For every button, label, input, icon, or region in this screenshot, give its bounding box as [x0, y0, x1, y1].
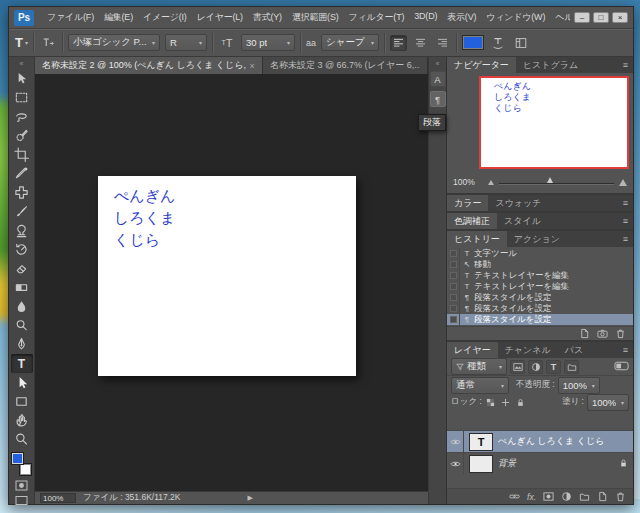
layer-thumbnail[interactable] — [469, 455, 493, 473]
history-source-toggle[interactable] — [447, 281, 460, 292]
gradient-tool[interactable] — [11, 278, 33, 297]
layer-filter-select[interactable]: 種類▾ — [451, 358, 507, 375]
minimize-button[interactable]: – — [574, 12, 590, 23]
collapse-toolbar-icon[interactable]: « — [20, 58, 24, 69]
delete-layer-icon[interactable] — [615, 488, 626, 506]
layer-name[interactable]: ぺんぎん しろくま くじら — [498, 435, 628, 448]
quick-selection-tool[interactable] — [11, 126, 33, 145]
menu-item[interactable]: 3D(D) — [409, 11, 442, 24]
align-center-button[interactable] — [412, 35, 429, 51]
close-button[interactable]: × — [612, 12, 628, 23]
font-size-select[interactable]: 30 pt▾ — [241, 34, 295, 51]
blur-tool[interactable] — [11, 297, 33, 316]
lock-position-icon[interactable] — [500, 396, 512, 408]
canvas[interactable]: ぺんぎんしろくまくじら — [35, 74, 428, 491]
eraser-tool[interactable] — [11, 259, 33, 278]
panel-tab[interactable]: ヒストリー — [447, 231, 507, 247]
crop-tool[interactable] — [11, 145, 33, 164]
document-page[interactable]: ぺんぎんしろくまくじら — [98, 176, 356, 376]
history-item[interactable]: Tテキストレイヤーを編集 — [447, 281, 633, 292]
menu-item[interactable]: 書式(Y) — [248, 11, 287, 24]
add-layer-mask-icon[interactable] — [543, 488, 554, 506]
history-item[interactable]: Tテキストレイヤーを編集 — [447, 270, 633, 281]
layer-thumbnail[interactable]: T — [469, 433, 493, 451]
brush-tool[interactable] — [11, 202, 33, 221]
document-text-layer[interactable]: ぺんぎんしろくまくじら — [114, 185, 175, 251]
align-left-button[interactable] — [390, 35, 407, 51]
visibility-eye-icon[interactable] — [447, 431, 464, 452]
history-source-toggle[interactable] — [447, 248, 460, 259]
panel-tab[interactable]: 色調補正 — [447, 213, 497, 229]
path-selection-tool[interactable] — [11, 373, 33, 392]
filter-pixel-layers-icon[interactable] — [510, 360, 525, 374]
history-item[interactable]: ¶段落スタイルを設定 — [447, 314, 633, 325]
delete-state-icon[interactable] — [615, 325, 626, 343]
filter-shape-layers-icon[interactable] — [564, 360, 579, 374]
healing-brush-tool[interactable] — [11, 183, 33, 202]
opacity-select[interactable]: 100%▾ — [558, 377, 600, 394]
history-source-toggle[interactable] — [447, 259, 460, 270]
history-item[interactable]: T文字ツール — [447, 248, 633, 259]
menu-item[interactable]: ファイル(F) — [42, 11, 99, 24]
expand-panels-icon[interactable]: « — [436, 58, 440, 69]
link-layers-icon[interactable] — [509, 488, 520, 506]
lock-all-icon[interactable] — [515, 396, 527, 408]
rectangular-marquee-tool[interactable] — [11, 88, 33, 107]
eyedropper-tool[interactable] — [11, 164, 33, 183]
blend-mode-select[interactable]: 通常▾ — [451, 377, 509, 394]
warp-text-icon[interactable] — [489, 34, 507, 52]
dodge-tool[interactable] — [11, 316, 33, 335]
layer-row[interactable]: Tぺんぎん しろくま くじら — [447, 430, 633, 452]
zoom-slider-thumb[interactable] — [547, 177, 553, 183]
panel-tab[interactable]: スタイル — [497, 213, 548, 229]
menu-item[interactable]: レイヤー(L) — [192, 11, 248, 24]
font-style-select[interactable]: R▾ — [165, 34, 207, 51]
rectangle-tool[interactable] — [11, 392, 33, 411]
history-source-toggle[interactable] — [447, 270, 460, 281]
history-item[interactable]: ↖移動 — [447, 259, 633, 270]
status-options-arrow-icon[interactable]: ▶ — [248, 494, 253, 502]
document-tab[interactable]: 名称未設定 2 @ 100% (ぺんぎん しろくま くじら, RGB/8) *× — [35, 57, 263, 74]
layer-filtering-toggle[interactable] — [614, 361, 629, 373]
history-source-toggle[interactable] — [447, 314, 460, 325]
layer-name[interactable]: 背景 — [498, 457, 614, 470]
hand-tool[interactable] — [11, 411, 33, 430]
filter-adjustment-layers-icon[interactable] — [528, 360, 543, 374]
history-source-toggle[interactable] — [447, 303, 460, 314]
menu-item[interactable]: 編集(E) — [99, 11, 138, 24]
paragraph-panel-icon[interactable]: ¶ — [430, 91, 446, 107]
pen-tool[interactable] — [11, 335, 33, 354]
text-color-swatch[interactable] — [462, 35, 484, 50]
panel-menu-icon[interactable]: ≡ — [618, 231, 633, 247]
align-right-button[interactable] — [434, 35, 451, 51]
move-tool[interactable] — [11, 69, 33, 88]
panel-menu-icon[interactable]: ≡ — [618, 57, 633, 73]
menu-item[interactable]: 選択範囲(S) — [287, 11, 344, 24]
history-source-toggle[interactable] — [447, 292, 460, 303]
zoom-out-icon[interactable] — [488, 180, 494, 185]
tool-preset-picker[interactable]: T ▾ — [15, 35, 28, 50]
new-document-from-state-icon[interactable] — [579, 325, 590, 343]
panel-tab[interactable]: レイヤー — [447, 342, 498, 358]
panel-tab[interactable]: ナビゲーター — [447, 57, 516, 73]
panel-menu-icon[interactable]: ≡ — [618, 342, 633, 358]
panel-menu-icon[interactable]: ≡ — [618, 195, 633, 211]
maximize-button[interactable]: □ — [593, 12, 609, 23]
panel-tab[interactable]: カラー — [447, 195, 488, 211]
foreground-color-swatch[interactable] — [11, 452, 24, 465]
quick-mask-icon[interactable] — [13, 480, 31, 491]
screen-mode-icon[interactable] — [13, 495, 31, 506]
panel-tab[interactable]: アクション — [507, 231, 567, 247]
tab-close-icon[interactable]: × — [250, 61, 255, 71]
history-item[interactable]: ¶段落スタイルを設定 — [447, 292, 633, 303]
layer-style-icon[interactable]: fx. — [527, 492, 536, 502]
panel-tab[interactable]: パス — [558, 342, 590, 358]
new-snapshot-icon[interactable] — [597, 325, 608, 343]
navigator-zoom-field[interactable]: 100% — [453, 177, 483, 187]
menu-item[interactable]: イメージ(I) — [138, 11, 192, 24]
new-adjustment-layer-icon[interactable] — [561, 488, 572, 506]
menu-item[interactable]: ヘルプ(H) — [550, 11, 570, 24]
character-panel-icon[interactable]: A — [430, 71, 446, 87]
fill-select[interactable]: 100%▾ — [587, 394, 629, 411]
panel-tab[interactable]: スウォッチ — [488, 195, 548, 211]
